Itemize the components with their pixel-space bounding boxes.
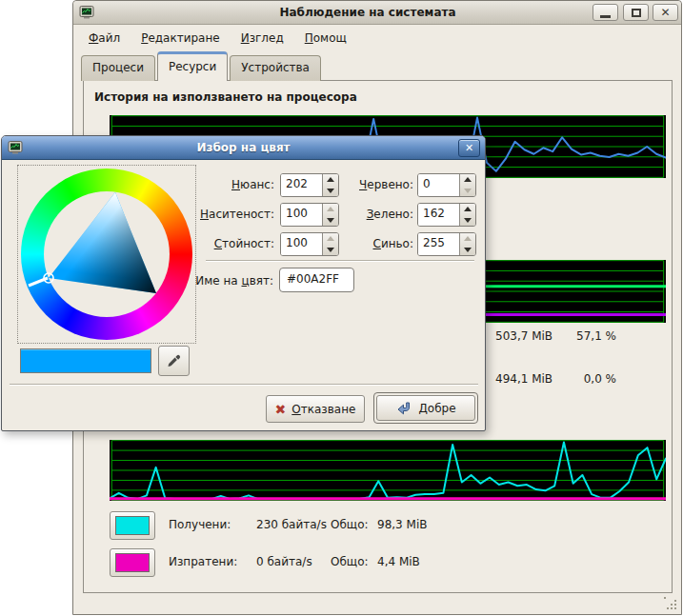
value-spin-down[interactable] [323,245,338,256]
red-input[interactable]: 0 [418,174,459,196]
net-received-row: Получени: 230 байта/s Общо: 98,3 MiB [110,511,643,540]
received-swatch [115,516,150,535]
eyedropper-icon [167,353,182,368]
color-name-input[interactable]: #00A2FF [279,268,354,292]
ok-icon [395,400,412,417]
received-total: 98,3 MiB [377,518,463,531]
main-titlebar[interactable]: Наблюдение на системата ✕ [73,1,681,25]
red-spin-up[interactable] [460,174,475,186]
sent-label: Изпратени: [169,555,251,568]
received-label: Получени: [169,518,251,531]
close-icon: ✕ [660,7,670,18]
dialog-icon [8,140,23,155]
tab-devices[interactable]: Устройства [230,55,321,81]
green-spin-down[interactable] [460,215,475,227]
menu-file[interactable]: Файл [81,29,128,48]
cancel-label: Отказване [291,403,355,416]
sent-total: 4,4 MiB [377,555,463,568]
system-monitor-icon [79,5,94,20]
saturation-label: Наситеност: [78,203,274,227]
sent-swatch [115,553,150,572]
sent-total-label: Общо: [331,555,374,568]
blue-input[interactable]: 255 [418,233,459,255]
received-color-button[interactable] [110,511,155,540]
dialog-close-icon: ✕ [465,142,473,154]
color-name-label: Име на цвят: [116,268,273,293]
saturation-spin-up[interactable] [323,204,338,215]
green-input[interactable]: 162 [418,204,459,226]
minimize-icon [600,15,611,18]
hue-spin-down[interactable] [323,186,338,197]
ok-button[interactable]: Добре [373,392,478,424]
green-spinbox: 162 [417,203,476,227]
green-label: Зелено: [343,203,413,227]
statusbar [73,593,681,614]
network-history-chart [110,440,666,501]
eyedropper-button[interactable] [158,346,190,376]
close-button[interactable]: ✕ [653,4,678,21]
red-spin-down[interactable] [460,186,475,197]
color-picker-dialog: Избор на цвят ✕ [1,135,486,431]
tab-resources[interactable]: Ресурси [157,51,228,81]
window-title: Наблюдение на системата [150,1,586,25]
dialog-title: Избор на цвят [40,136,447,159]
value-spin-up[interactable] [323,233,338,245]
cancel-button[interactable]: ✖ Отказване [266,395,365,423]
ok-label: Добре [418,402,455,415]
green-spin-up[interactable] [460,204,475,215]
sent-color-button[interactable] [110,548,155,577]
tabbar: Процеси Ресурси Устройства [81,50,323,81]
menu-edit[interactable]: Редактиране [133,29,228,48]
net-sent-row: Изпратени: 0 байта/s Общо: 4,4 MiB [110,548,643,577]
actions-separator [10,384,478,386]
dialog-titlebar[interactable]: Избор на цвят ✕ [2,136,485,160]
saturation-spin-down[interactable] [323,215,338,227]
menu-help[interactable]: Помощ [297,29,354,48]
resize-grip[interactable] [664,597,677,610]
blue-spinbox: 255 [417,232,476,256]
menu-view[interactable]: Изглед [233,29,291,48]
red-spinbox: 0 [417,173,476,197]
blue-label: Синьо: [343,232,413,256]
red-label: Червено: [343,173,413,197]
memory-percent: 57,1 % [558,329,616,343]
fields-separator [206,260,474,262]
saturation-spinbox: 100 [280,203,339,227]
color-preview [20,348,151,373]
dialog-close-button[interactable]: ✕ [458,139,480,157]
cancel-icon: ✖ [275,403,287,416]
maximize-button[interactable] [623,4,649,21]
saturation-input[interactable]: 100 [281,204,322,226]
value-label: Стойност: [78,232,274,256]
swap-percent: 0,0 % [558,372,616,386]
maximize-icon [632,9,641,17]
hue-spin-up[interactable] [323,174,338,186]
blue-spin-up[interactable] [460,233,475,245]
cpu-section-heading: История на използването на процесора [94,90,357,104]
hue-label: Нюанс: [78,173,274,197]
hue-input[interactable]: 202 [281,174,322,196]
received-total-label: Общо: [331,518,374,531]
menubar: Файл Редактиране Изглед Помощ [73,26,681,50]
value-input[interactable]: 100 [281,233,322,255]
blue-spin-down[interactable] [460,245,475,256]
hue-spinbox: 202 [280,173,339,197]
minimize-button[interactable] [593,4,618,21]
tab-processes[interactable]: Процеси [81,55,155,81]
value-spinbox: 100 [280,232,339,256]
